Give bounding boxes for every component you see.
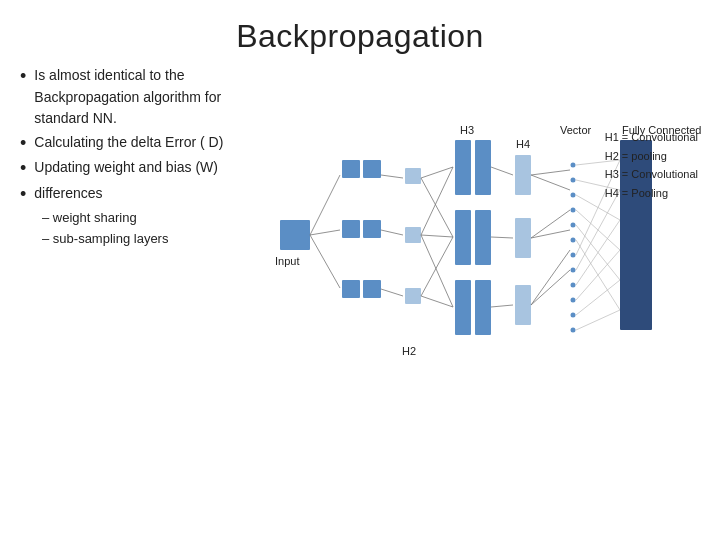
bullet-item-4: • differences [20,183,270,206]
bullet-dot-1: • [20,65,26,88]
svg-text:Input: Input [275,255,299,267]
svg-line-51 [310,230,340,235]
svg-point-29 [571,223,576,228]
svg-point-30 [571,238,576,243]
legend-h2: H2 = pooling [605,147,698,166]
svg-line-54 [381,230,403,235]
svg-point-26 [571,178,576,183]
network-diagram: H3 H4 H2 Input Vector Fully Connected [270,60,710,460]
svg-line-63 [491,167,513,175]
svg-rect-7 [405,168,421,184]
svg-line-52 [310,235,340,288]
svg-rect-11 [475,140,491,195]
svg-line-19 [531,170,570,175]
svg-point-27 [571,193,576,198]
svg-line-57 [421,178,453,237]
sub-bullet-list: weight sharing sub-sampling layers [42,208,270,250]
svg-point-35 [571,313,576,318]
legend-h1: H1 = Convolutional [605,128,698,147]
svg-rect-3 [342,220,360,238]
svg-line-47 [576,280,620,315]
legend-h3: H3 = Convolutional [605,165,698,184]
page-title: Backpropagation [0,0,720,65]
bullet-list: • Is almost identical to the Backpropaga… [20,65,270,206]
svg-rect-4 [363,220,381,238]
svg-rect-14 [455,280,471,335]
svg-point-36 [571,328,576,333]
bullet-item-1: • Is almost identical to the Backpropaga… [20,65,270,130]
svg-rect-6 [363,280,381,298]
svg-point-28 [571,208,576,213]
svg-text:H3: H3 [460,124,474,136]
svg-rect-18 [515,285,531,325]
svg-line-55 [381,289,403,296]
svg-line-59 [421,235,453,237]
svg-rect-16 [515,155,531,195]
sub-bullet-2: sub-sampling layers [42,229,270,250]
svg-rect-1 [342,160,360,178]
bullet-item-2: • Calculating the delta Error ( D) [20,132,270,155]
svg-rect-12 [455,210,471,265]
svg-rect-15 [475,280,491,335]
svg-point-32 [571,268,576,273]
svg-line-23 [531,270,570,305]
diagram-area: H3 H4 H2 Input Vector Fully Connected H1… [270,60,710,460]
svg-rect-0 [280,220,310,250]
svg-text:H2: H2 [402,345,416,357]
svg-line-65 [491,305,513,307]
legend: H1 = Convolutional H2 = pooling H3 = Con… [605,128,698,203]
svg-point-31 [571,253,576,258]
svg-line-53 [381,175,403,178]
svg-line-48 [576,310,620,330]
svg-rect-9 [405,288,421,304]
svg-text:H4: H4 [516,138,530,150]
svg-line-24 [531,175,570,190]
svg-line-62 [421,296,453,307]
left-panel: • Is almost identical to the Backpropaga… [10,65,270,460]
svg-rect-2 [363,160,381,178]
svg-line-22 [531,250,570,305]
svg-rect-5 [342,280,360,298]
bullet-dot-2: • [20,132,26,155]
svg-text:Vector: Vector [560,124,592,136]
svg-point-33 [571,283,576,288]
svg-rect-17 [515,218,531,258]
bullet-dot-4: • [20,183,26,206]
svg-line-50 [310,175,340,235]
bullet-dot-3: • [20,157,26,180]
svg-line-58 [421,167,453,235]
bullet-item-3: • Updating weight and bias (W) [20,157,270,180]
svg-line-64 [491,237,513,238]
svg-rect-8 [405,227,421,243]
svg-point-34 [571,298,576,303]
svg-rect-13 [475,210,491,265]
svg-rect-10 [455,140,471,195]
legend-h4: H4 = Pooling [605,184,698,203]
sub-bullet-1: weight sharing [42,208,270,229]
svg-point-25 [571,163,576,168]
